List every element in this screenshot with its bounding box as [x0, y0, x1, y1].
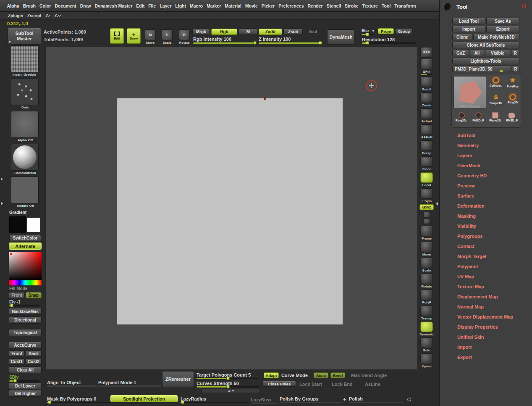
menu-render[interactable]: Render	[306, 3, 325, 8]
menu-alpha[interactable]: Alpha	[5, 3, 21, 8]
scale-mode-button[interactable]: S Scale	[161, 29, 173, 45]
mrgb-button[interactable]: Mrgb	[192, 29, 210, 35]
menu-macro[interactable]: Macro	[188, 3, 204, 8]
curve-mode-toggle[interactable]: Curve Mode	[281, 373, 308, 378]
tool-palette-claw-icon[interactable]	[442, 2, 451, 11]
section-displacement-map[interactable]: Displacement Map	[457, 294, 513, 300]
section-polypaint[interactable]: Polypaint	[457, 264, 513, 269]
section-masking[interactable]: Masking	[457, 214, 513, 219]
stroke-current-thumbnail[interactable]: Dots	[11, 78, 39, 110]
aahalf-button[interactable]: AAHalf	[418, 124, 435, 139]
tool-item-plane3d[interactable]: Plane3D	[487, 111, 503, 122]
polypaint-mode-label[interactable]: Polypaint Mode 1	[98, 380, 136, 385]
color-picker-gradient[interactable]	[9, 252, 42, 280]
snap-toggle-bottom[interactable]: Snap	[314, 372, 328, 378]
adapt-toggle[interactable]: Adapt	[264, 372, 279, 378]
backface-mask-button[interactable]: BackfaceMas	[9, 308, 42, 315]
blur-slider[interactable]	[362, 34, 373, 35]
lightbox-tools-button[interactable]: Lightbox▸Tools	[452, 58, 519, 64]
align-to-object-track[interactable]	[47, 385, 97, 387]
elv-slider[interactable]: Elv -1	[9, 300, 41, 306]
persp-button[interactable]: Persp	[418, 140, 435, 155]
section-uv-map[interactable]: UV Map	[457, 274, 513, 279]
viewport[interactable]	[45, 46, 418, 370]
ghost-dynamic-button[interactable]: Dynamic	[418, 322, 435, 336]
menu-texture[interactable]: Texture	[360, 3, 380, 8]
section-unified-skin[interactable]: Unified Skin	[457, 335, 513, 340]
menu-dynamesh-master[interactable]: Dynamesh Master	[93, 3, 134, 8]
texture-off-thumbnail[interactable]: Texture Off	[11, 177, 39, 208]
target-polygons-slider[interactable]	[197, 378, 259, 379]
menu-transform[interactable]: Transform	[393, 3, 418, 8]
right-tray-divider-arrow[interactable]	[436, 202, 438, 206]
scale-view-button[interactable]: Scale	[418, 258, 435, 272]
section-geometry[interactable]: Geometry	[457, 143, 513, 148]
section-export[interactable]: Export	[457, 355, 513, 360]
xpose-button[interactable]: Xpose	[418, 353, 435, 368]
snap-toggle[interactable]: Snap	[26, 292, 42, 298]
close-holes-button[interactable]: Close Holes	[262, 381, 296, 387]
menu-file[interactable]: File	[147, 3, 158, 8]
accucurve-button[interactable]: AccuCurve	[9, 342, 42, 349]
tool-item-pm3d-plane[interactable]: PM3D_F	[504, 111, 520, 122]
menu-movie[interactable]: Movie	[244, 3, 260, 8]
gxyz-button[interactable]: Gxyz	[418, 204, 435, 210]
polish-by-groups-slider[interactable]	[280, 402, 342, 403]
clear-all-button[interactable]: Clear All	[9, 366, 42, 373]
tool-palette-title[interactable]: Tool	[456, 4, 467, 10]
document-canvas[interactable]	[117, 98, 343, 324]
current-tool-slider[interactable]: PM3D_Plane3D. 50	[452, 66, 511, 72]
lock-start-toggle[interactable]: Lock Start	[299, 382, 322, 387]
polish-mode-circle[interactable]	[407, 398, 411, 401]
transp-button[interactable]: Transp	[418, 306, 435, 320]
goz-visible-button[interactable]: Visible	[485, 50, 510, 56]
polish-by-groups-radio[interactable]	[343, 398, 346, 401]
m-button[interactable]: M	[238, 29, 258, 35]
z-intensity-slider[interactable]	[259, 42, 322, 44]
polypaint-mode-track[interactable]	[98, 385, 161, 387]
tool-item-ring3d[interactable]: Ring3D	[505, 93, 521, 104]
color-picker[interactable]	[9, 252, 42, 285]
clone-all-subtools-button[interactable]: Clone All SubTools	[452, 42, 519, 48]
menu-preferences[interactable]: Preferences	[277, 3, 306, 8]
rotate-mode-button[interactable]: R Rotate	[178, 29, 191, 45]
zoom-button[interactable]: Zoom	[418, 92, 435, 107]
lsym-button[interactable]: L.Sym	[418, 188, 435, 203]
import-button[interactable]: Import	[452, 26, 485, 32]
spix-button[interactable]: SPix	[418, 59, 435, 75]
menu-document[interactable]: Document	[53, 3, 78, 8]
clone-button[interactable]: Clone	[452, 34, 472, 40]
menu-tool[interactable]: Tool	[380, 3, 392, 8]
lazy-step-track[interactable]	[251, 403, 277, 404]
section-geometry-hd[interactable]: Geometry HD	[457, 173, 513, 179]
blur-label[interactable]: Blur	[362, 29, 369, 33]
zcut-button[interactable]: Zcut	[304, 29, 322, 35]
menu-zzz[interactable]: Zzz	[52, 13, 63, 18]
menu-stencil[interactable]: Stencil	[325, 3, 343, 8]
sdiv-slider[interactable]: SDiv	[9, 375, 41, 382]
align-to-object-label[interactable]: Align To Object	[47, 380, 81, 385]
menu-light[interactable]: Light	[173, 3, 188, 8]
resolution-slider[interactable]	[362, 42, 416, 44]
directional-button[interactable]: Directional	[9, 316, 42, 324]
section-vector-displacement-map[interactable]: Vector Displacement Map	[457, 314, 513, 320]
back-button[interactable]: Back	[26, 351, 42, 357]
section-layers[interactable]: Layers	[457, 153, 513, 158]
move-view-button[interactable]: Move	[418, 242, 435, 256]
zsub-button[interactable]: Zsub	[283, 29, 303, 35]
tool-item-pm3d-ring[interactable]: PM3D_F	[470, 111, 486, 122]
spotlight-projection-toggle[interactable]: Spotlight Projection	[110, 395, 178, 402]
rotate-axis-icon[interactable]	[423, 212, 430, 217]
menu-zz[interactable]: Zz	[43, 13, 52, 18]
bend-toggle[interactable]: Bend	[330, 372, 345, 378]
secondary-color-swatch[interactable]	[26, 217, 40, 232]
front-toggle[interactable]: Front	[9, 292, 25, 298]
actual-button[interactable]: Actual	[418, 108, 435, 123]
menu-picker[interactable]: Picker	[259, 3, 277, 8]
menu-zplugin[interactable]: Zplugin	[6, 13, 25, 18]
front-button[interactable]: Front	[9, 351, 25, 357]
projection-button[interactable]: Proje	[378, 28, 394, 34]
topological-button[interactable]: Topological	[9, 329, 42, 336]
make-polymesh3d-button[interactable]: Make PolyMesh3D	[473, 34, 519, 40]
main-color-swatch[interactable]	[9, 216, 26, 233]
